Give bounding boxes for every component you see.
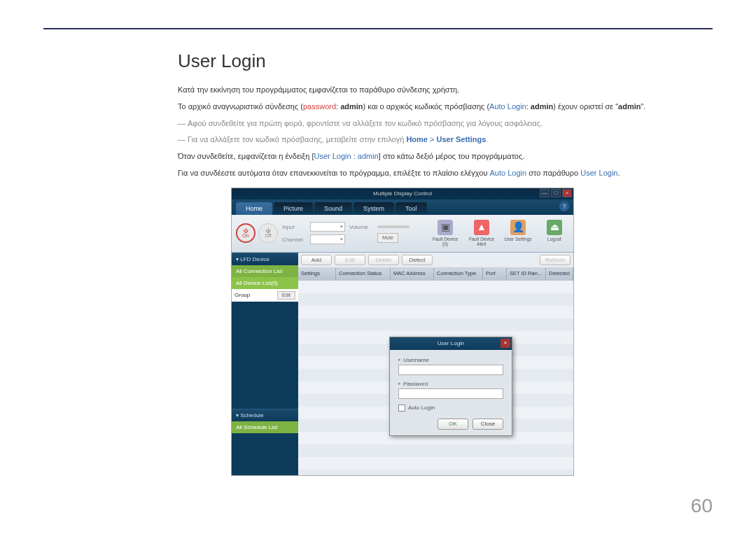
logout-icon: ⏏ [547, 220, 562, 235]
power-off-button[interactable]: ⏻Off [258, 223, 278, 243]
sidebar-group-row: Group Edit [232, 289, 298, 302]
col-connection-type[interactable]: Connection Type [434, 268, 483, 281]
group-edit-button[interactable]: Edit [277, 291, 295, 300]
col-detected[interactable]: Detected [546, 268, 573, 281]
para-3: Όταν συνδεθείτε, εμφανίζεται η ένδειξη [… [178, 150, 713, 164]
toolbar: ⏻On ⏻Off Input Channel Volume Mute ▣Faul… [232, 215, 573, 253]
para-4: Για να συνδέεστε αυτόματα όταν επανεκκιν… [178, 167, 713, 181]
app-screenshot: Multiple Display Control — □ × Home Pict… [231, 188, 574, 476]
kw-user-login-admin: User Login : admin [314, 152, 378, 160]
para-1: Κατά την εκκίνηση του προγράμματος εμφαν… [178, 83, 713, 97]
input-label: Input [282, 224, 307, 230]
menubar: Home Picture Sound System Tool ? [232, 199, 573, 215]
channel-label: Channel [282, 237, 307, 243]
password-field[interactable] [398, 388, 503, 399]
sidebar: LFD Device All Connection List All Devic… [232, 253, 298, 475]
col-connection-status[interactable]: Connection Status [336, 268, 391, 281]
dialog-ok-button[interactable]: OK [438, 419, 468, 430]
user-login-dialog: User Login × Username Password [389, 337, 512, 436]
refresh-button[interactable]: Refresh [540, 255, 570, 265]
input-select[interactable] [310, 222, 345, 232]
kw-auto-login: Auto Login [489, 102, 526, 111]
col-mac[interactable]: MAC Address [391, 268, 434, 281]
kw-auto-login-2: Auto Login [489, 169, 526, 177]
main-area: Add Edit Delete Detect Refresh Settings … [298, 253, 573, 475]
window-titlebar: Multiple Display Control — □ × [232, 188, 573, 199]
sidebar-item-all-schedule[interactable]: All Schedule List [232, 421, 298, 433]
user-settings-button[interactable]: 👤User Settings [503, 220, 533, 246]
sidebar-header-lfd[interactable]: LFD Device [232, 253, 298, 265]
alert-icon: ▲ [474, 220, 489, 235]
tab-picture[interactable]: Picture [274, 202, 313, 215]
page-number: 60 [691, 495, 713, 517]
power-on-button[interactable]: ⏻On [236, 223, 255, 243]
page-top-rule [43, 28, 713, 29]
window-maximize-button[interactable]: □ [551, 189, 561, 197]
para-2: Το αρχικό αναγνωριστικό σύνδεσης (passwo… [178, 100, 713, 114]
fault-device-button[interactable]: ▣Fault Device (0) [430, 220, 460, 246]
col-port[interactable]: Port [483, 268, 507, 281]
fault-alert-button[interactable]: ▲Fault Device Alert [467, 220, 496, 246]
note-1: ―Αφού συνδεθείτε για πρώτη φορά, φροντίσ… [178, 117, 713, 131]
help-icon[interactable]: ? [559, 202, 569, 211]
add-button[interactable]: Add [301, 255, 332, 265]
edit-button[interactable]: Edit [335, 255, 365, 265]
col-setid[interactable]: SET ID Ran... [507, 268, 546, 281]
delete-button[interactable]: Delete [368, 255, 399, 265]
kw-user-login: User Login [580, 169, 617, 177]
password-label: Password [398, 381, 503, 387]
dialog-cancel-button[interactable]: Close [472, 419, 503, 430]
tab-sound[interactable]: Sound [314, 202, 352, 215]
dialog-title: User Login × [390, 337, 512, 350]
channel-select[interactable] [310, 234, 345, 244]
monitor-icon: ▣ [438, 220, 453, 235]
auto-login-label: Auto Login [408, 405, 435, 411]
sidebar-group-label: Group [234, 292, 250, 298]
section-heading: User Login [178, 50, 713, 72]
kw-password: password [303, 102, 336, 111]
window-minimize-button[interactable]: — [540, 189, 550, 197]
body-text-block: Κατά την εκκίνηση του προγράμματος εμφαν… [178, 83, 713, 181]
detect-button[interactable]: Detect [402, 255, 433, 265]
username-field[interactable] [398, 365, 503, 375]
window-title: Multiple Display Control [373, 190, 432, 197]
window-close-button[interactable]: × [562, 189, 572, 197]
sidebar-item-all-device[interactable]: All Device List(0) [232, 277, 298, 289]
col-settings[interactable]: Settings [298, 268, 336, 281]
tab-tool[interactable]: Tool [396, 202, 427, 215]
sidebar-item-all-connection[interactable]: All Connection List [232, 265, 298, 277]
note-2: ―Για να αλλάξετε τον κωδικό πρόσβασης, μ… [178, 133, 713, 147]
dialog-close-button[interactable]: × [500, 339, 510, 348]
logout-button[interactable]: ⏏Logout [540, 220, 569, 246]
tab-home[interactable]: Home [236, 202, 272, 215]
tab-system[interactable]: System [354, 202, 394, 215]
mute-button[interactable]: Mute [377, 233, 398, 243]
volume-label: Volume [349, 224, 374, 230]
nav-home: Home [406, 135, 428, 143]
auto-login-checkbox[interactable] [398, 405, 405, 412]
user-icon: 👤 [510, 220, 526, 235]
volume-slider[interactable] [377, 225, 410, 228]
grid-header: Settings Connection Status MAC Address C… [298, 268, 573, 281]
sidebar-header-schedule[interactable]: Schedule [232, 409, 298, 421]
nav-user-settings: User Settings [436, 135, 486, 143]
username-label: Username [398, 357, 503, 363]
